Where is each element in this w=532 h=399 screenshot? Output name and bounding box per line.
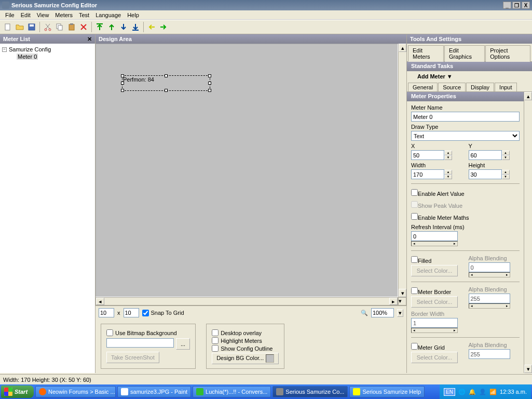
height-input[interactable] <box>469 169 502 179</box>
tray-icon-2[interactable]: 🔔 <box>469 389 476 395</box>
open-icon[interactable] <box>14 21 25 33</box>
align-top-icon[interactable] <box>94 21 105 33</box>
right-arrow-icon[interactable] <box>158 21 169 33</box>
y-up-icon[interactable]: ▲ <box>502 151 510 155</box>
add-meter-button[interactable]: Add Meter ▼ <box>407 71 532 82</box>
show-outline-check[interactable]: Show Config Outline <box>212 345 279 352</box>
language-indicator[interactable]: EN <box>444 388 455 396</box>
w-down-icon[interactable]: ▼ <box>444 175 452 179</box>
menu-help[interactable]: Help <box>124 11 142 19</box>
border-check[interactable]: Meter Border <box>411 287 462 295</box>
tree-expander-icon[interactable]: − <box>2 47 7 52</box>
size-grip[interactable]: ▾ <box>398 297 406 305</box>
x-down-icon[interactable]: ▼ <box>444 155 452 160</box>
grid-height-input[interactable] <box>124 308 139 317</box>
task-item-0[interactable]: Neowin Forums > Basic ... <box>35 386 116 397</box>
meter-tree[interactable]: − Samurize Config Meter 0 <box>0 44 95 373</box>
resize-handle-s[interactable] <box>165 89 168 92</box>
tray-icon-3[interactable]: 👤 <box>479 389 486 395</box>
w-up-icon[interactable]: ▲ <box>444 170 452 175</box>
cut-icon[interactable] <box>42 21 53 33</box>
delete-icon[interactable] <box>78 21 89 33</box>
subtab-source[interactable]: Source <box>438 83 466 91</box>
down-arrow-icon[interactable] <box>118 21 129 33</box>
zoom-dropdown-icon[interactable]: ▾ <box>397 309 403 317</box>
tray-icon-4[interactable]: 📶 <box>489 389 497 395</box>
task-item-2[interactable]: Luchia(*)...!! - Convers... <box>193 386 271 397</box>
tray-icon-1[interactable]: 🌐 <box>458 389 466 395</box>
close-icon[interactable]: ✕ <box>87 36 92 43</box>
h-up-icon[interactable]: ▲ <box>502 170 510 175</box>
subtab-general[interactable]: General <box>408 83 438 91</box>
scroll-left-icon[interactable]: ◂ <box>96 298 104 305</box>
x-input[interactable] <box>411 150 444 160</box>
subtab-input[interactable]: Input <box>495 83 516 91</box>
props-vscroll[interactable]: ▴ ▾ <box>524 92 532 373</box>
copy-icon[interactable] <box>54 21 65 33</box>
browse-button[interactable]: ... <box>176 338 190 350</box>
menu-view[interactable]: View <box>34 11 52 19</box>
task-item-1[interactable]: samurize3.JPG - Paint <box>117 386 191 397</box>
highlight-meters-check[interactable]: Highlight Meters <box>212 337 279 344</box>
minimize-button[interactable]: _ <box>503 2 511 9</box>
zoom-input[interactable] <box>371 308 394 317</box>
scroll-down-icon[interactable]: ▾ <box>399 289 406 297</box>
up-arrow-icon[interactable] <box>106 21 117 33</box>
subtab-display[interactable]: Display <box>466 83 494 91</box>
zoom-preview-icon[interactable]: 🔍 <box>361 310 368 316</box>
filled-check[interactable]: Filled <box>411 256 462 264</box>
snap-to-grid-check[interactable]: Snap To Grid <box>142 310 184 316</box>
menu-language[interactable]: Language <box>92 11 124 19</box>
tree-root-node[interactable]: − Samurize Config <box>2 46 93 53</box>
desktop-overlay-check[interactable]: Desktop overlay <box>212 329 279 336</box>
menu-file[interactable]: File <box>2 11 18 19</box>
x-up-icon[interactable]: ▲ <box>444 151 452 155</box>
menu-edit[interactable]: Edit <box>18 11 34 19</box>
scroll-up-icon[interactable]: ▴ <box>399 44 406 52</box>
use-bitmap-check[interactable]: Use Bitmap Background <box>106 329 190 336</box>
grid-width-input[interactable] <box>99 308 114 317</box>
y-input[interactable] <box>469 150 502 160</box>
resize-handle-ne[interactable] <box>208 74 211 77</box>
paste-icon[interactable] <box>66 21 77 33</box>
start-button[interactable]: Start <box>1 385 34 398</box>
meter-name-input[interactable] <box>411 112 520 122</box>
screenshot-button[interactable]: Take ScreenShot <box>106 352 159 363</box>
task-item-3[interactable]: Serious Samurize Co... <box>272 386 348 397</box>
grid-color-button[interactable]: Select Color... <box>411 352 458 363</box>
restore-button[interactable]: ❐ <box>512 2 521 9</box>
resize-handle-sw[interactable] <box>121 89 124 92</box>
resize-handle-n[interactable] <box>165 74 168 77</box>
bg-color-button[interactable]: Design BG Color... <box>212 353 279 364</box>
h-down-icon[interactable]: ▼ <box>502 175 510 179</box>
draw-type-select[interactable]: Text <box>411 131 520 141</box>
y-down-icon[interactable]: ▼ <box>502 155 510 160</box>
align-bottom-icon[interactable] <box>130 21 141 33</box>
bitmap-path-input[interactable] <box>106 338 174 348</box>
enable-alert-check[interactable]: Enable Alert Value <box>411 189 520 197</box>
enable-maths-check[interactable]: Enable Meter Maths <box>411 213 520 221</box>
props-scroll-up-icon[interactable]: ▴ <box>524 92 532 100</box>
border-color-button[interactable]: Select Color... <box>411 296 458 308</box>
tab-edit-meters[interactable]: Edit Meters <box>408 45 444 62</box>
filled-color-button[interactable]: Select Color... <box>411 265 458 276</box>
resize-handle-se[interactable] <box>208 89 211 92</box>
design-hscroll[interactable]: ◂ ▸ <box>96 297 398 305</box>
grid-check[interactable]: Meter Grid <box>411 343 462 351</box>
design-canvas[interactable]: Perfmon: 84 <box>96 44 398 297</box>
scroll-right-icon[interactable]: ▸ <box>389 298 398 305</box>
menu-meters[interactable]: Meters <box>52 11 76 19</box>
design-vscroll[interactable]: ▴ ▾ <box>398 44 406 297</box>
tab-edit-graphics[interactable]: Edit Graphics <box>444 45 485 62</box>
refresh-input[interactable] <box>411 231 458 241</box>
new-icon[interactable] <box>2 21 13 33</box>
clock[interactable]: 12:33 a.m. <box>500 389 527 395</box>
menu-test[interactable]: Test <box>76 11 92 19</box>
resize-handle-e[interactable] <box>208 82 211 85</box>
close-window-button[interactable]: X <box>522 2 530 9</box>
left-arrow-icon[interactable] <box>146 21 157 33</box>
task-item-4[interactable]: Serious Samurize Help <box>349 386 425 397</box>
width-input[interactable] <box>411 169 444 179</box>
save-icon[interactable] <box>26 21 37 33</box>
tree-child-node[interactable]: Meter 0 <box>2 53 93 60</box>
